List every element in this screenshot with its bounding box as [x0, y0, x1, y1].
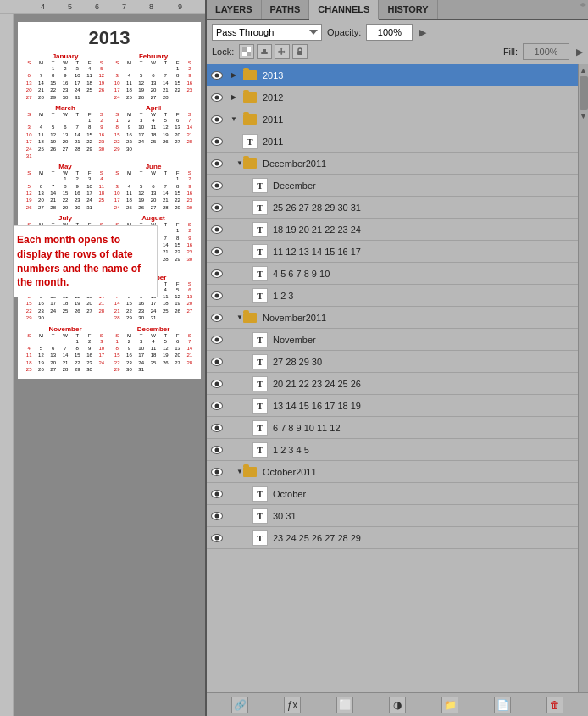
layer-row[interactable]: TDecember	[207, 175, 578, 197]
opacity-label: Opacity:	[327, 27, 361, 37]
lock-icons	[239, 44, 308, 59]
tab-channels[interactable]: CHANNELS	[309, 0, 379, 20]
layer-thumbnail: T	[251, 420, 269, 436]
layer-row[interactable]: T30 31	[207, 505, 578, 527]
layer-row[interactable]: T6 7 8 9 10 11 12	[207, 417, 578, 439]
month-block: DecemberSMTWTFS1234567891011121314151617…	[111, 325, 196, 374]
fill-label: Fill:	[503, 47, 518, 57]
eye-visibility[interactable]	[207, 291, 227, 300]
months-grid: JanuarySMTWTFS 1234567891011121314151617…	[23, 53, 196, 374]
eye-visibility[interactable]	[207, 93, 227, 102]
layer-thumbnail: T	[251, 530, 269, 546]
text-layer-thumb: T	[252, 266, 268, 281]
eye-visibility[interactable]	[207, 490, 227, 498]
lock-image-btn[interactable]	[257, 44, 272, 59]
layer-style-btn[interactable]: ƒx	[284, 697, 301, 713]
fill-arrow[interactable]: ▶	[576, 47, 583, 58]
opacity-input[interactable]	[366, 24, 413, 41]
eye-visibility[interactable]	[207, 203, 227, 212]
opacity-arrow[interactable]: ▶	[419, 27, 426, 38]
eye-visibility[interactable]	[207, 446, 227, 454]
eye-visibility[interactable]	[207, 159, 227, 168]
layers-list[interactable]: ▶2013▶2012▼2011T2011▼December2011TDecemb…	[207, 64, 578, 692]
layer-row[interactable]: T1 2 3	[207, 285, 578, 307]
eye-visibility[interactable]	[207, 358, 227, 366]
canvas-area: 4 5 6 7 8 9 2013 JanuarySMTWTFS 12345678…	[0, 0, 205, 716]
layer-row[interactable]: ▶2013	[207, 64, 578, 86]
layer-row[interactable]: T1 2 3 4 5	[207, 439, 578, 461]
eye-icon	[211, 336, 223, 344]
month-block: JuneSMTWTFS 1234567891011121314151617181…	[111, 163, 196, 211]
expand-col[interactable]: ▼	[227, 115, 241, 123]
tab-history[interactable]: HISTORY	[379, 0, 437, 19]
eye-visibility[interactable]	[207, 402, 227, 410]
link-layers-btn[interactable]: 🔗	[231, 697, 248, 713]
eye-visibility[interactable]	[207, 380, 227, 388]
expand-col[interactable]: ▼	[227, 468, 241, 475]
folder-icon	[243, 70, 257, 80]
eye-visibility[interactable]	[207, 247, 227, 256]
new-layer-btn[interactable]: 📄	[494, 697, 511, 713]
layer-row[interactable]: T4 5 6 7 8 9 10	[207, 263, 578, 285]
layer-mask-btn[interactable]: ⬜	[336, 697, 353, 713]
month-days: 1234567891011121314151617181920212223242…	[111, 117, 196, 153]
scroll-up-arrow[interactable]: ▲	[579, 64, 588, 75]
lock-position-btn[interactable]	[275, 44, 290, 59]
layer-name: 6 7 8 9 10 11 12	[269, 423, 578, 433]
month-block: FebruarySMTWTFS 123456789101112131415161…	[111, 53, 196, 101]
layer-row[interactable]: T2011	[207, 130, 578, 153]
eye-icon	[211, 159, 223, 168]
text-layer-thumb: T	[252, 508, 268, 524]
eye-visibility[interactable]	[207, 181, 227, 190]
eye-visibility[interactable]	[207, 534, 227, 542]
checkerboard-icon	[242, 47, 251, 56]
eye-visibility[interactable]	[207, 336, 227, 344]
layer-row[interactable]: T20 21 22 23 24 25 26	[207, 373, 578, 395]
layer-row[interactable]: T18 19 20 21 22 23 24	[207, 219, 578, 241]
eye-visibility[interactable]	[207, 269, 227, 278]
eye-visibility[interactable]	[207, 314, 227, 322]
eye-icon	[211, 314, 223, 322]
layers-scroll-container: ▶2013▶2012▼2011T2011▼December2011TDecemb…	[207, 64, 588, 692]
expand-col[interactable]: ▼	[227, 159, 241, 167]
layer-row[interactable]: T11 12 13 14 15 16 17	[207, 241, 578, 263]
eye-visibility[interactable]	[207, 424, 227, 432]
eye-visibility[interactable]	[207, 512, 227, 520]
fill-input[interactable]	[523, 43, 569, 60]
scroll-down-arrow[interactable]: ▼	[579, 112, 588, 120]
scroll-bar[interactable]: ▲ ▼	[578, 64, 588, 692]
layer-row[interactable]: T27 28 29 30	[207, 351, 578, 373]
blend-mode-select[interactable]: Pass Through Normal Dissolve Multiply Sc…	[212, 24, 322, 41]
eye-visibility[interactable]	[207, 71, 227, 80]
eye-visibility[interactable]	[207, 115, 227, 124]
scroll-thumb[interactable]	[580, 76, 588, 110]
layer-row[interactable]: T25 26 27 28 29 30 31	[207, 197, 578, 219]
layer-row[interactable]: ▼December2011	[207, 153, 578, 175]
tab-layers[interactable]: LAYERS	[207, 0, 262, 19]
eye-visibility[interactable]	[207, 468, 227, 476]
layer-row[interactable]: ▶2012	[207, 86, 578, 108]
layer-row[interactable]: T13 14 15 16 17 18 19	[207, 395, 578, 417]
adjustment-layer-btn[interactable]: ◑	[389, 697, 406, 713]
layer-row[interactable]: TNovember	[207, 329, 578, 351]
layer-row[interactable]: ▼November2011	[207, 307, 578, 329]
layer-row[interactable]: ▼October2011	[207, 461, 578, 483]
expand-col[interactable]: ▶	[227, 93, 241, 101]
layer-row[interactable]: T23 24 25 26 27 28 29	[207, 527, 578, 549]
lock-transparent-btn[interactable]	[239, 44, 254, 59]
layer-name: 2012	[259, 92, 578, 103]
layer-name: December	[269, 180, 578, 191]
month-name: May	[23, 163, 108, 170]
layer-row[interactable]: TOctober	[207, 483, 578, 505]
layer-row[interactable]: ▼2011	[207, 108, 578, 130]
eye-visibility[interactable]	[207, 225, 227, 234]
month-name: June	[111, 163, 196, 170]
eye-visibility[interactable]	[207, 137, 227, 146]
new-group-btn[interactable]: 📁	[441, 697, 458, 713]
lock-all-btn[interactable]	[292, 44, 308, 59]
month-days: 1234567891011121314151617181920212223242…	[23, 338, 108, 374]
expand-col[interactable]: ▼	[227, 314, 241, 321]
tab-paths[interactable]: PATHS	[262, 0, 310, 19]
delete-layer-btn[interactable]: 🗑	[546, 697, 563, 713]
expand-col[interactable]: ▶	[227, 71, 241, 79]
